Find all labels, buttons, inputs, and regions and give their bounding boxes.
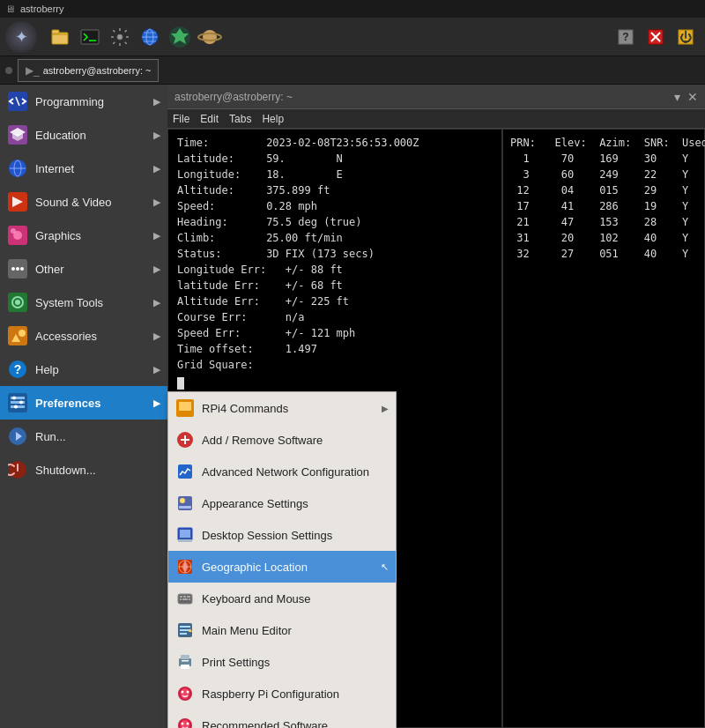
menu-label-education: Education [35,129,86,142]
appbar-terminal-icon[interactable] [76,23,104,51]
menu-arrow-graphics: ▶ [153,230,160,241]
submenu-label-keyboard-mouse: Keyboard and Mouse [202,592,311,605]
menu-arrow-preferences: ▶ [153,397,160,409]
menu-item-programming[interactable]: Programming ▶ [0,85,167,118]
svg-rect-62 [178,539,192,542]
svg-point-37 [19,330,26,337]
menu-label-other: Other [35,263,64,276]
terminal-menu-file[interactable]: File [173,113,189,125]
submenu-label-add-remove: Add / Remove Software [202,434,323,447]
term-line-status: Status: 3D FIX (173 secs) [177,246,493,262]
appbar-close-red-icon[interactable] [642,23,670,51]
svg-rect-57 [178,464,192,479]
term-cursor-line [177,376,493,390]
svg-rect-1 [52,30,59,33]
menu-item-internet[interactable]: Internet ▶ [0,152,167,185]
svg-rect-60 [179,506,191,509]
menu-item-education[interactable]: Education ▶ [0,118,167,152]
menu-item-graphics[interactable]: Graphics ▶ [0,219,167,252]
left-menu: Programming ▶ Education ▶ [0,85,167,728]
raspberry-pi-icon [175,684,195,703]
svg-rect-78 [181,655,189,659]
keyboard-mouse-icon [175,589,195,608]
preferences-submenu: RPi4 Commands Add / Remove Software A [167,391,397,728]
term-line-lon-err: Longitude Err: +/- 88 ft [177,262,493,278]
terminal-close-btn[interactable]: ✕ [687,90,698,104]
submenu-item-keyboard-mouse[interactable]: Keyboard and Mouse [168,583,396,614]
submenu-item-desktop-session[interactable]: Desktop Session Settings [168,519,396,551]
svg-rect-36 [8,326,27,345]
terminal-menu-help[interactable]: Help [262,113,284,125]
terminal-titlebar: astroberry@astroberry: ~ ▾ ✕ [167,85,705,109]
menu-item-preferences[interactable]: Preferences ▶ [0,386,167,420]
print-settings-icon [175,652,195,672]
terminal-title-text: astroberry@astroberry: ~ [174,91,293,103]
submenu-item-geographic-location[interactable]: Geographic Location ↖ [168,551,396,583]
svg-point-33 [16,267,19,271]
term-line-lat-err: latitude Err: +/- 68 ft [177,278,493,293]
term-line-lat: Latitude: 59. N [177,151,493,167]
menu-item-help[interactable]: ? Help ▶ [0,353,167,386]
recommended-software-icon [175,716,195,728]
appbar-astroberry-green-icon[interactable] [166,23,194,51]
term-sat-header: PRN: Elev: Azim: SNR: Used: [510,135,697,151]
cursor-pointer-indicator: ↖ [381,561,389,573]
submenu-item-recommended-software[interactable]: Recommended Software [168,709,396,728]
menu-item-system-tools[interactable]: System Tools ▶ [0,286,167,319]
svg-rect-69 [187,596,190,598]
other-icon [7,258,28,279]
svg-point-86 [187,723,189,725]
menu-label-internet: Internet [35,162,74,175]
submenu-item-print-settings[interactable]: Print Settings [168,646,396,678]
add-remove-icon [175,430,195,449]
submenu-item-appearance[interactable]: Appearance Settings [168,487,396,519]
menu-item-run[interactable]: Run... [0,420,167,453]
svg-rect-80 [182,660,189,662]
terminal-menu-tabs[interactable]: Tabs [229,113,251,125]
svg-point-59 [180,498,185,503]
submenu-item-rpi4[interactable]: RPi4 Commands [168,392,396,424]
appbar-astroberry-icon[interactable]: ✦ [5,21,37,53]
submenu-item-add-remove[interactable]: Add / Remove Software [168,424,396,456]
svg-point-32 [11,267,15,271]
menu-label-graphics: Graphics [35,229,81,242]
submenu-item-main-menu-editor[interactable]: Main Menu Editor [168,614,396,646]
submenu-label-main-menu-editor: Main Menu Editor [202,624,292,637]
taskbar: ▶_ astroberry@astroberry: ~ [0,56,705,85]
term-line-grid: Grid Square: [177,357,493,373]
network-icon [175,462,195,481]
appbar-shutdown-icon[interactable]: ⏻ [672,23,700,51]
menu-label-preferences: Preferences [35,397,100,410]
svg-rect-68 [183,596,186,598]
menu-item-accessories[interactable]: Accessories ▶ [0,319,167,353]
terminal-tray-tab[interactable]: ▶_ astroberry@astroberry: ~ [18,59,159,82]
submenu-item-raspberry-pi[interactable]: Raspberry Pi Configuration [168,678,396,709]
term-line-speed-err: Speed Err: +/- 121 mph [177,325,493,341]
submenu-label-recommended-software: Recommended Software [202,719,328,729]
svg-rect-51 [179,402,191,411]
appbar-help-icon[interactable]: ? [612,23,640,51]
sound-video-icon [7,191,28,212]
svg-rect-75 [180,629,190,631]
svg-rect-76 [180,633,187,635]
appbar-saturn-icon[interactable] [196,23,224,51]
term-sat-row-6: 31 20 102 40 Y [510,230,697,246]
menu-item-sound-video[interactable]: Sound & Video ▶ [0,185,167,219]
menu-arrow-education: ▶ [153,130,160,141]
window-icon: 🖥 [5,4,15,14]
appbar-browser-icon[interactable] [136,23,164,51]
terminal-menu-edit[interactable]: Edit [200,113,219,125]
terminal-collapse-btn[interactable]: ▾ [674,90,680,104]
menu-label-programming: Programming [35,95,104,108]
submenu-label-geographic-location: Geographic Location [202,561,308,574]
file-manager-icon[interactable] [46,23,74,51]
appbar-settings-icon[interactable] [106,23,134,51]
submenu-item-network[interactable]: Advanced Network Configuration [168,456,396,487]
accessories-icon [7,325,28,346]
svg-rect-63 [180,530,190,538]
menu-item-other[interactable]: Other ▶ [0,252,167,286]
terminal-right-pane[interactable]: PRN: Elev: Azim: SNR: Used: 1 70 169 30 … [502,129,705,728]
menu-item-shutdown[interactable]: Shutdown... [0,453,167,487]
rpi4-icon [175,398,195,418]
menu-arrow-internet: ▶ [153,163,160,175]
